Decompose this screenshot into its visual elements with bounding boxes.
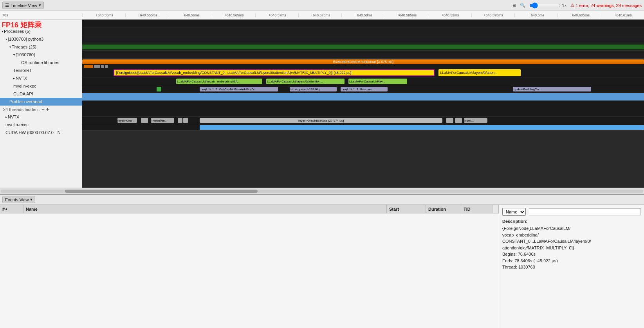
sidebar-item-oslibs[interactable]: OS runtime libraries	[0, 59, 82, 66]
search-icon[interactable]: 🔍	[520, 3, 525, 8]
cuda-green-bar	[157, 87, 161, 91]
sidebar-item-cuda-api[interactable]: CUDA API	[0, 90, 82, 98]
vocab-bar[interactable]: LLaMAForCausalLM/vocab_embedding/GA...	[176, 79, 262, 84]
tl-nvtx-row: LLaMAForCausalLM/vocab_embedding/GA... L…	[82, 77, 644, 85]
ruler-tick: +640.55ms	[82, 13, 125, 17]
sidebar-item-myelin-exec2[interactable]: myelin-exec	[0, 121, 82, 129]
tl-profiler-overhead-row	[82, 93, 644, 101]
screenshot-icon[interactable]: 🖥	[512, 3, 516, 8]
myelingraph-execute-bar[interactable]: myelinGraphExecute [27.574 µs]	[200, 118, 442, 123]
events-view-label: Events View	[5, 197, 29, 202]
th-start: Start	[387, 205, 426, 213]
execution-context-label: ExecutionContext::enqueue [3.575 ms]	[333, 60, 393, 64]
top-toolbar: ☰ Timeline View ▾ 🖥 🔍 1x ⚠ 1 error, 24 w…	[0, 0, 644, 11]
myelin-dots-bar	[141, 118, 148, 123]
th-duration: Duration	[426, 205, 461, 213]
cuda-api-label: CUDA API	[13, 91, 33, 96]
vocab-label: LLaMAForCausalLM/vocab_embedding/GA...	[176, 80, 241, 83]
ruler-tick: +640.58ms	[341, 13, 384, 17]
ruler-tick: +640.585ms	[385, 13, 428, 17]
sidebar-item-threads[interactable]: ▾ Threads (25)	[0, 43, 82, 51]
nvtx2-label: NVTX	[8, 115, 19, 119]
tl-osruntime-row	[82, 51, 644, 59]
tl-myelin-exec-row: myelinGra... myelinTen... myelinGraphExe…	[82, 117, 644, 124]
tl-python3-row	[82, 27, 644, 35]
events-chevron-icon: ▾	[30, 197, 32, 202]
th-num: # ▲	[0, 205, 23, 213]
sidebar-item-thread1030760[interactable]: ▾ [1030760]	[0, 51, 82, 59]
tl-nvtx2-row	[82, 109, 644, 117]
lay-bar[interactable]: LLaMAForCausalLM/lay...	[348, 79, 407, 84]
update-label: updatePaddingCo...	[513, 88, 542, 91]
myelin-bar4	[446, 118, 453, 123]
update-bar[interactable]: updatePaddingCo...	[513, 87, 591, 91]
tl-small-bar1	[84, 65, 93, 68]
execution-context-bar[interactable]: ExecutionContext::enqueue [3.575 ms]	[82, 59, 644, 64]
ruler-tick: +640.605ms	[557, 13, 601, 17]
desc-filter-toolbar: Name	[502, 208, 641, 216]
threads-hidden-label: 24 threads hidden..	[3, 107, 40, 112]
tl-thread-green-bar	[82, 45, 644, 49]
desc-content: {ForeignNode[LLaMAForCausalLM/ vocab_emb…	[502, 225, 641, 271]
expand-icon-processes: ▾	[2, 30, 3, 33]
myelingra-bar[interactable]: myelinGra...	[117, 118, 137, 123]
tl-spacer	[82, 101, 644, 109]
time-ruler: 78s +640.55ms+640.555ms+640.56ms+640.565…	[0, 11, 644, 20]
trt-bar[interactable]: trt_ampere_h16816g...	[290, 87, 337, 91]
table-header: # ▲ Name Start Duration TID	[0, 205, 499, 213]
description-panel: Name Description: {ForeignNode[LLaMAForC…	[499, 205, 644, 328]
ruler-tick: +640.575ms	[298, 13, 341, 17]
sidebar-item-python3[interactable]: ▾ [1030760] python3	[0, 35, 82, 43]
sidebar-item-nvtx2[interactable]: ▸ NVTX	[0, 113, 82, 121]
show-threads-btn[interactable]: +	[46, 106, 49, 112]
th-scroll-placeholder	[492, 205, 499, 213]
thread1030760-label: [1030760]	[16, 52, 35, 57]
tl-processes-row	[82, 20, 644, 27]
attn-bar[interactable]: LLaMAForCausalLM/layers/0/attention...	[266, 79, 345, 84]
python3-label: [1030760] python3	[8, 37, 43, 41]
foreign-node-label: {ForeignNode[LLaMAForCausalLM/vocab_embe…	[114, 71, 353, 75]
hide-threads-btn[interactable]: −	[41, 106, 45, 112]
threads-hidden-row: 24 threads hidden.. − +	[0, 106, 82, 113]
myl1-label: _myl_bb1_2_GatCasMulMeaAddSqrDi...	[200, 88, 258, 91]
sidebar-item-cuda-hw[interactable]: CUDA HW (0000:00:07.0 - N	[0, 129, 82, 136]
ruler-tick: +640.6ms	[514, 13, 557, 17]
myeli-bar[interactable]: myeli...	[464, 118, 487, 123]
error-badge[interactable]: ⚠ 1 error, 24 warnings, 29 messages	[570, 3, 642, 8]
desc-filter-select[interactable]: Name	[502, 208, 526, 216]
scroll-track[interactable]	[1, 190, 643, 193]
zoom-slider[interactable]	[529, 2, 561, 9]
timeline-content[interactable]: ExecutionContext::enqueue [3.575 ms] {Fo…	[82, 20, 644, 188]
scroll-thumb[interactable]	[65, 190, 258, 193]
left-panel: FP16 矩阵乘 ▾ Processes (5) ▾ [1030760] pyt…	[0, 20, 82, 188]
tl-small-bar2	[94, 65, 100, 68]
timeline-view-label: Timeline View	[11, 3, 37, 8]
desc-filter-input[interactable]	[529, 208, 641, 215]
myl2-bar[interactable]: _myl_bb1_1_Res_vec...	[341, 87, 388, 91]
timeline-scrollbar	[0, 188, 644, 194]
expand-icon-python3: ▾	[5, 38, 7, 41]
myelingraph-label: myelinGraphExecute [27.574 µs]	[298, 119, 344, 122]
events-view-selector[interactable]: Events View ▾	[2, 196, 35, 203]
myelin-exec2-label: myelin-exec	[5, 122, 29, 127]
sidebar-item-profiler-overhead[interactable]: Profiler overhead	[0, 98, 82, 106]
zoom-controls: 1x	[529, 2, 567, 9]
myelinten-bar[interactable]: myelinTen...	[151, 118, 174, 123]
timeline-area: 78s +640.55ms+640.555ms+640.56ms+640.565…	[0, 11, 644, 195]
sort-icon: ▲	[5, 207, 8, 211]
foreign-node-bar2[interactable]: LLaMAForCausalLM/layers/0/atten...	[438, 69, 521, 76]
sidebar-item-tensorrt[interactable]: TensorRT	[0, 66, 82, 74]
myl1-bar[interactable]: _myl_bb1_2_GatCasMulMeaAddSqrDi...	[200, 87, 278, 91]
error-badge-text: 1 error, 24 warnings, 29 messages	[575, 3, 642, 8]
sidebar-item-nvtx[interactable]: ▸ NVTX	[0, 74, 82, 82]
events-toolbar: Events View ▾	[0, 195, 644, 205]
timeline-view-selector[interactable]: ☰ Timeline View ▾	[2, 2, 44, 9]
ruler-tick: +640.56ms	[169, 13, 212, 17]
tl-tensorrt-row: ExecutionContext::enqueue [3.575 ms]	[82, 59, 644, 68]
sidebar-item-myelin-exec[interactable]: myelin-exec	[0, 82, 82, 90]
profiler-overhead-label: Profiler overhead	[9, 99, 42, 104]
warning-icon: ⚠	[570, 3, 574, 8]
foreign-node-bar[interactable]: {ForeignNode[LLaMAForCausalLM/vocab_embe…	[114, 69, 435, 76]
lay-label: LLaMAForCausalLM/lay...	[348, 80, 386, 83]
cuda-hw-label: CUDA HW (0000:00:07.0 - N	[5, 130, 61, 135]
